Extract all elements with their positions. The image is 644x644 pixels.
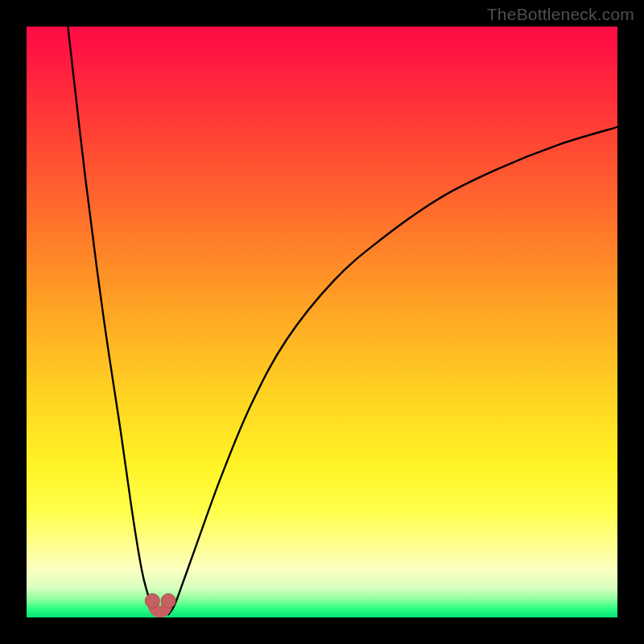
marker-dot — [161, 593, 175, 608]
watermark-text: TheBottleneck.com — [487, 5, 634, 24]
plot-area — [27, 27, 617, 617]
outer-frame: TheBottleneck.com — [0, 0, 644, 644]
minimum-markers — [145, 593, 175, 612]
curve-right-branch — [168, 127, 617, 615]
chart-svg — [27, 27, 617, 617]
curve-left-branch — [68, 27, 156, 614]
marker-dot — [145, 593, 159, 608]
curve-series — [68, 27, 617, 614]
